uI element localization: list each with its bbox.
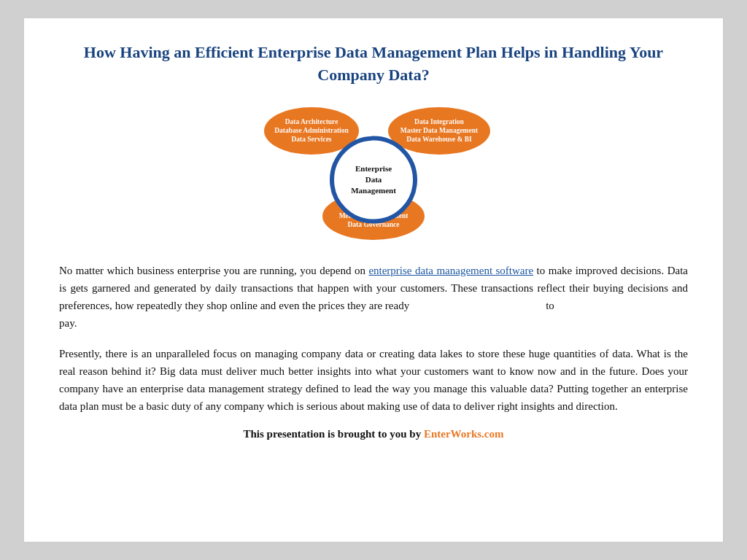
slide: How Having an Efficient Enterprise Data …	[23, 18, 724, 542]
paragraph-1-text-before-link: No matter which business enterprise you …	[59, 265, 368, 276]
center-circle-text: EnterpriseDataManagement	[351, 163, 396, 196]
ellipse-top-left-text: Data ArchitectureDatabase Administration…	[274, 117, 349, 144]
center-circle: EnterpriseDataManagement	[330, 136, 417, 223]
slide-title: How Having an Efficient Enterprise Data …	[59, 42, 688, 87]
edm-diagram: Data ArchitectureDatabase Administration…	[249, 100, 498, 246]
diagram-container: Data ArchitectureDatabase Administration…	[59, 100, 688, 246]
enterprise-data-link[interactable]: enterprise data management software	[368, 265, 533, 276]
ellipse-top-right-text: Data IntegrationMaster Data ManagementDa…	[400, 117, 478, 144]
paragraph-1: No matter which business enterprise you …	[59, 262, 688, 332]
footer: This presentation is brought to you by E…	[59, 428, 688, 440]
footer-link[interactable]: EnterWorks.com	[424, 428, 504, 440]
paragraph-2: Presently, there is an unparalleled focu…	[59, 345, 688, 415]
footer-label: This presentation is brought to you by	[244, 428, 424, 440]
